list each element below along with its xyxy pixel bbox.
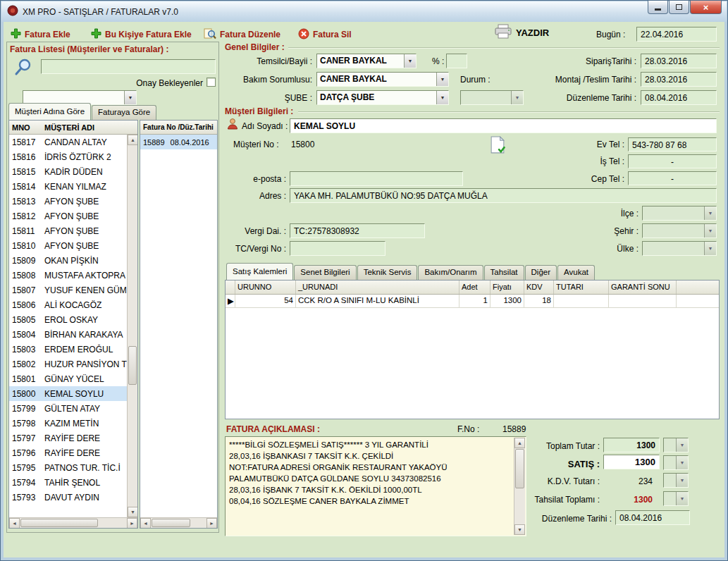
- detail-tab[interactable]: Diğer: [525, 265, 557, 280]
- list-tab[interactable]: Faturaya Göre: [92, 105, 156, 120]
- detail-tab[interactable]: Tahsilat: [484, 265, 524, 280]
- customer-row[interactable]: 15801 GÜNAY YÜCEL: [9, 371, 137, 386]
- customer-row[interactable]: 15812 AFYON ŞUBE: [9, 209, 137, 223]
- customer-row[interactable]: 15797 RAYİFE DERE: [9, 431, 137, 445]
- scroll-right-icon[interactable]: ►: [127, 518, 137, 529]
- list-tab[interactable]: Müşteri Adına Göre: [8, 103, 91, 120]
- scrollbar-thumb[interactable]: [515, 449, 524, 488]
- customer-row[interactable]: 15799 GÜLTEN ATAY: [9, 401, 137, 416]
- install-date-field[interactable]: 28.03.2016: [641, 72, 717, 87]
- tax-no-field[interactable]: [290, 241, 385, 256]
- issue-date-field[interactable]: 08.04.2016: [641, 90, 717, 105]
- vat-currency-combo[interactable]: ▼: [663, 473, 689, 488]
- customer-name-field[interactable]: KEMAL SOYLU: [290, 118, 717, 133]
- customer-row[interactable]: 15794 TAHİR ŞENOL: [9, 475, 137, 490]
- chevron-down-icon[interactable]: ▼: [676, 438, 688, 452]
- country-combo[interactable]: ▼: [642, 241, 717, 256]
- scroll-down-icon[interactable]: ▼: [128, 507, 138, 517]
- customer-row[interactable]: 15817 CANDAN ALTAY: [9, 135, 137, 149]
- minimize-button[interactable]: [648, 1, 668, 14]
- scroll-right-icon[interactable]: ►: [206, 518, 217, 529]
- edit-invoice-button[interactable]: Fatura Düzenle: [204, 26, 280, 43]
- customer-row[interactable]: 15808 MUSTAFA AKTOPRA: [9, 268, 137, 283]
- customer-row[interactable]: 15803 ERDEM EROĞUL: [9, 342, 137, 357]
- invoice-horizontal-scrollbar[interactable]: ◄ ►: [140, 517, 217, 528]
- print-button[interactable]: YAZDIR: [494, 24, 549, 41]
- rep-combo[interactable]: CANER BAYKAL▼: [316, 54, 417, 68]
- customer-row[interactable]: 15800 KEMAL SOYLU: [9, 386, 137, 401]
- detail-tab[interactable]: Senet Bilgileri: [294, 265, 356, 280]
- customer-row[interactable]: 15815 KADİR DÜDEN: [9, 164, 137, 179]
- chevron-down-icon[interactable]: ▼: [436, 73, 448, 86]
- chevron-down-icon[interactable]: ▼: [704, 206, 716, 220]
- customer-row[interactable]: 15809 OKAN PİŞKİN: [9, 253, 137, 268]
- memo-scrollbar[interactable]: ▲ ▼: [514, 438, 525, 535]
- delete-invoice-button[interactable]: Fatura Sil: [298, 26, 352, 43]
- customer-row[interactable]: 15806 ALİ KOCAGÖZ: [9, 297, 137, 312]
- scroll-up-icon[interactable]: ▲: [514, 438, 525, 448]
- customer-row[interactable]: 15811 AFYON ŞUBE: [9, 223, 137, 238]
- detail-tab[interactable]: Teknik Servis: [357, 265, 418, 280]
- add-invoice-to-person-button[interactable]: Bu Kişiye Fatura Ekle: [91, 26, 192, 43]
- customer-row[interactable]: 15807 YUSUF KENEN GÜMF: [9, 283, 137, 297]
- district-combo[interactable]: ▼: [642, 206, 717, 221]
- invoice-description-memo[interactable]: *****BİLGİ SÖZLEŞMELİ SATIŞ****** 3 YIL …: [225, 436, 526, 536]
- customer-vertical-scrollbar[interactable]: ▲ ▼: [127, 135, 137, 517]
- scrollbar-thumb[interactable]: [20, 519, 98, 527]
- chevron-down-icon[interactable]: ▼: [676, 492, 688, 505]
- scroll-down-icon[interactable]: ▼: [514, 524, 525, 535]
- chevron-down-icon[interactable]: ▼: [511, 91, 523, 104]
- work-phone-field[interactable]: -: [628, 154, 717, 168]
- order-date-field[interactable]: 28.03.2016: [641, 54, 717, 68]
- chevron-down-icon[interactable]: ▼: [676, 456, 688, 469]
- email-field[interactable]: [290, 171, 463, 186]
- sale-item-row[interactable]: ▶ 54 CCK R/O A SINIFI M-LU KABİNLİ 1 130…: [226, 295, 719, 308]
- chevron-down-icon[interactable]: ▼: [676, 474, 688, 487]
- customer-row[interactable]: 15816 İDRİS ÖZTÜRK 2: [9, 149, 137, 164]
- invoice-row[interactable]: 15889 08.04.2016: [140, 135, 217, 149]
- home-phone-field[interactable]: 543-780 87 68: [628, 137, 717, 152]
- branch-combo[interactable]: DATÇA ŞUBE▼: [316, 90, 449, 105]
- search-input[interactable]: [41, 59, 216, 74]
- customer-row[interactable]: 15804 BİRHAN KARAKAYA: [9, 327, 137, 342]
- customer-row[interactable]: 15793 DAVUT AYDIN: [9, 490, 137, 505]
- scroll-up-icon[interactable]: ▲: [128, 135, 138, 145]
- detail-tab[interactable]: Bakım/Onarım: [418, 265, 483, 280]
- sale-currency-combo[interactable]: ▼: [663, 455, 689, 470]
- customer-row[interactable]: 15813 AFYON ŞUBE: [9, 194, 137, 209]
- customer-row[interactable]: 15814 KENAN YILMAZ: [9, 179, 137, 194]
- address-field[interactable]: YAKA MH. PALAMUTBÜKÜ NO:95 DATÇA MUĞLA: [290, 188, 717, 203]
- chevron-down-icon[interactable]: ▼: [436, 91, 448, 104]
- scrollbar-thumb[interactable]: [128, 346, 137, 385]
- pending-approval-checkbox[interactable]: [206, 78, 216, 87]
- customer-row[interactable]: 15795 PATNOS TUR. TİC.İ: [9, 460, 137, 475]
- total-currency-combo[interactable]: ▼: [663, 438, 689, 452]
- edit-date-field[interactable]: 08.04.2016: [615, 510, 690, 525]
- maximize-button[interactable]: [669, 1, 689, 14]
- total-field[interactable]: 1300: [603, 438, 660, 452]
- city-combo[interactable]: ▼: [642, 223, 717, 238]
- customer-row[interactable]: 15796 RAYİFE DERE: [9, 445, 137, 460]
- chevron-down-icon[interactable]: ▼: [704, 224, 716, 238]
- sale-field[interactable]: 1300: [603, 455, 660, 469]
- scroll-left-icon[interactable]: ◄: [140, 518, 151, 529]
- customer-row[interactable]: 15798 KAZIM METİN: [9, 416, 137, 431]
- collection-currency-combo[interactable]: ▼: [663, 491, 689, 506]
- customer-row[interactable]: 15805 EROL OSKAY: [9, 312, 137, 327]
- today-field[interactable]: 22.04.2016: [636, 27, 717, 42]
- chevron-down-icon[interactable]: ▼: [704, 242, 716, 255]
- customer-horizontal-scrollbar[interactable]: ◄ ►: [9, 517, 137, 528]
- customer-row[interactable]: 15802 HUZUR PANSİYON T: [9, 357, 137, 371]
- close-button[interactable]: ×: [690, 1, 722, 14]
- mobile-phone-field[interactable]: -: [628, 171, 717, 185]
- maintenance-combo[interactable]: CANER BAYKAL▼: [316, 72, 449, 87]
- detail-tab[interactable]: Avukat: [557, 265, 595, 280]
- scrollbar-thumb[interactable]: [152, 519, 190, 527]
- customer-row[interactable]: 15810 AFYON ŞUBE: [9, 238, 137, 253]
- tax-office-field[interactable]: TC:27578308932: [290, 223, 425, 238]
- chevron-down-icon[interactable]: ▼: [404, 54, 416, 68]
- detail-tab[interactable]: Satış Kalemleri: [226, 263, 293, 280]
- percent-field[interactable]: [446, 54, 467, 68]
- add-invoice-button[interactable]: Fatura Ekle: [11, 26, 70, 43]
- status-combo[interactable]: ▼: [460, 90, 524, 105]
